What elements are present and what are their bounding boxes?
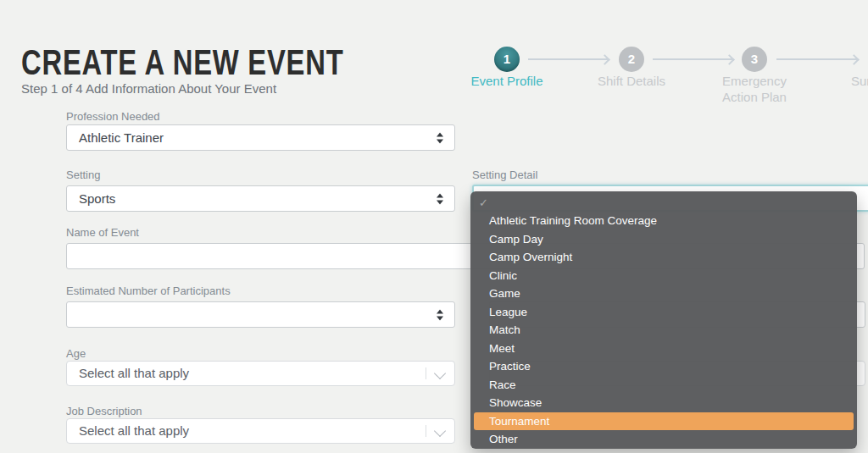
dropdown-option[interactable]: Camp Day [470, 230, 857, 249]
profession-needed-select[interactable]: Athletic Trainer [66, 124, 455, 151]
setting-label: Setting [66, 168, 100, 181]
step-circle-2[interactable]: 2 [619, 47, 644, 72]
dropdown-option[interactable]: Athletic Training Room Coverage [470, 212, 857, 230]
estimated-participants-label: Estimated Number of Participants [66, 285, 231, 297]
age-label: Age [66, 347, 86, 360]
setting-detail-label: Setting Detail [472, 168, 537, 181]
age-placeholder: Select all that apply [79, 366, 189, 380]
dropdown-option[interactable]: Practice [470, 357, 857, 376]
dropdown-option[interactable]: League [470, 303, 857, 322]
step-circle-3[interactable]: 3 [742, 47, 767, 72]
setting-select[interactable]: Sports [66, 185, 455, 212]
age-multiselect[interactable]: Select all that apply [66, 361, 455, 386]
updown-arrows-icon [436, 193, 444, 204]
stepper-arrow-icon [653, 58, 733, 60]
job-description-label: Job Description [66, 405, 142, 417]
step-label-event-profile[interactable]: Event Profile [452, 73, 562, 89]
updown-arrows-icon [436, 132, 444, 143]
checkmark-icon: ✓ [479, 196, 488, 209]
step-label-emergency-action-plan[interactable]: Emergency Action Plan [716, 73, 793, 105]
page-title: CREATE A NEW EVENT [21, 42, 343, 83]
dropdown-option[interactable]: Game [470, 285, 857, 303]
dropdown-option[interactable]: Showcase [470, 394, 857, 412]
setting-value: Sports [79, 191, 115, 206]
step-circle-1[interactable]: 1 [494, 47, 520, 72]
step-label-summary[interactable]: Summary [823, 73, 868, 89]
page-subtitle: Step 1 of 4 Add Information About Your E… [21, 81, 276, 96]
setting-detail-dropdown: ✓ Athletic Training Room Coverage Camp D… [470, 191, 857, 449]
estimated-participants-select[interactable] [66, 301, 455, 328]
dropdown-option-blank-selected[interactable]: ✓ [470, 195, 857, 212]
dropdown-option[interactable]: Clinic [470, 267, 857, 285]
chevron-wrap[interactable] [426, 419, 454, 443]
profession-needed-label: Profession Needed [66, 110, 160, 123]
job-description-multiselect[interactable]: Select all that apply [66, 418, 455, 444]
dropdown-option[interactable]: Other [470, 430, 857, 449]
stepper-arrow-icon [776, 58, 858, 60]
stepper-arrow-icon [528, 58, 609, 60]
chevron-wrap[interactable] [426, 362, 454, 385]
dropdown-option-highlighted[interactable]: Tournament [474, 412, 854, 431]
updown-arrows-icon [436, 309, 444, 320]
dropdown-option[interactable]: Meet [470, 340, 857, 358]
chevron-down-icon [434, 367, 446, 379]
step-label-shift-details[interactable]: Shift Details [576, 73, 687, 89]
dropdown-option[interactable]: Camp Overnight [470, 248, 857, 267]
profession-needed-value: Athletic Trainer [79, 130, 164, 145]
dropdown-option[interactable]: Race [470, 376, 857, 395]
create-event-page: CREATE A NEW EVENT Step 1 of 4 Add Infor… [0, 0, 868, 453]
name-of-event-label: Name of Event [66, 226, 139, 239]
job-description-placeholder: Select all that apply [79, 423, 189, 438]
chevron-down-icon [434, 425, 446, 437]
dropdown-option[interactable]: Match [470, 321, 857, 340]
